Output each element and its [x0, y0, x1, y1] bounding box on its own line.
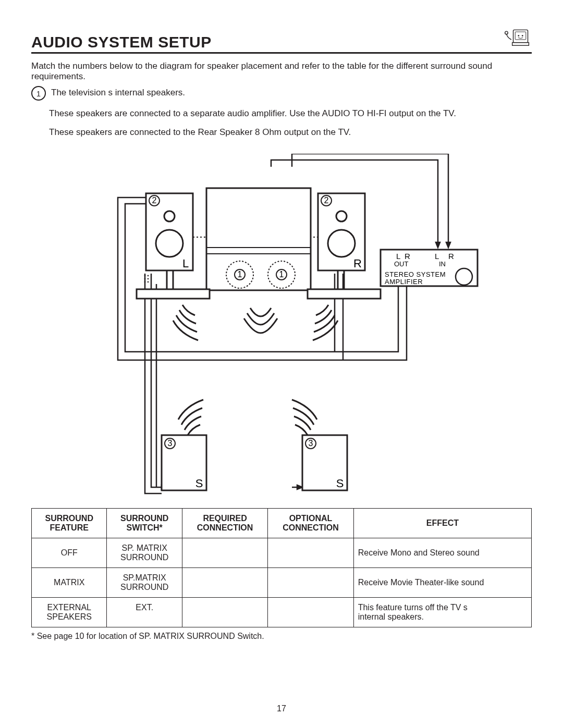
- svg-point-29: [144, 278, 145, 279]
- intro-text: Match the numbers below to the diagram f…: [31, 61, 532, 82]
- label-L: L: [182, 257, 189, 270]
- speaker-diagram: 2 L 2 R 1 1: [83, 154, 480, 498]
- footnote: * See page 10 for location of SP. MATRIX…: [31, 632, 532, 641]
- label-3-left: 3: [168, 439, 173, 448]
- svg-rect-4: [512, 43, 529, 46]
- th-switch: SURROUNDSWITCH*: [107, 509, 182, 538]
- speaker-2-right: 2 R: [318, 193, 365, 270]
- amplifier: L R OUT L R IN STEREO SYSTEM AMPLIFIER: [381, 250, 478, 286]
- svg-point-31: [144, 281, 145, 282]
- speaker-3-right: 3 S: [302, 435, 347, 490]
- bullet-1: 1 The television s internal speakers.: [31, 87, 532, 101]
- svg-point-2: [518, 35, 519, 36]
- surround-waves-icon: [178, 400, 317, 435]
- surround-table: SURROUNDFEATURE SURROUNDSWITCH* REQUIRED…: [31, 508, 532, 627]
- svg-text:L: L: [435, 252, 439, 261]
- table-row: MATRIX SP.MATRIXSURROUND Receive Movie T…: [32, 568, 532, 598]
- label-2-left: 2: [152, 196, 157, 205]
- speaker-3-left: 3 S: [162, 435, 206, 490]
- mascot-icon: [503, 25, 532, 54]
- th-required: REQUIREDCONNECTION: [182, 509, 267, 538]
- svg-text:STEREO SYSTEM: STEREO SYSTEM: [385, 270, 446, 278]
- svg-point-32: [148, 281, 149, 282]
- label-3-right: 3: [309, 439, 313, 448]
- header-row: AUDIO SYSTEM SETUP: [31, 25, 532, 54]
- svg-rect-21: [137, 289, 210, 299]
- table-row: OFF SP. MATRIXSURROUND Receive Mono and …: [32, 538, 532, 568]
- table-row: EXTERNALSPEAKERS EXT. This feature turns…: [32, 598, 532, 627]
- svg-point-28: [148, 275, 149, 276]
- svg-point-27: [144, 275, 145, 276]
- label-S-left: S: [195, 477, 203, 490]
- svg-rect-22: [308, 289, 381, 299]
- svg-text:R: R: [448, 252, 454, 261]
- label-1-right: 1: [279, 270, 284, 279]
- label-S-right: S: [336, 477, 344, 490]
- th-optional: OPTIONALCONNECTION: [268, 509, 353, 538]
- svg-point-3: [522, 35, 523, 36]
- svg-text:AMPLIFIER: AMPLIFIER: [385, 278, 423, 286]
- th-effect: EFFECT: [353, 509, 531, 538]
- th-feature: SURROUNDFEATURE: [32, 509, 107, 538]
- svg-point-30: [148, 278, 149, 279]
- svg-text:IN: IN: [439, 260, 446, 268]
- svg-text:L: L: [396, 252, 400, 261]
- bullet-3-text: These speakers are connected to the Rear…: [49, 127, 532, 138]
- svg-text:OUT: OUT: [394, 260, 409, 268]
- page-title: AUDIO SYSTEM SETUP: [31, 33, 212, 51]
- page-number: 17: [0, 704, 563, 713]
- bullet-2-text: These speakers are connected to a separa…: [49, 108, 532, 119]
- label-1-left: 1: [238, 270, 242, 279]
- bullet-1-number: 1: [31, 86, 46, 101]
- diagram: 2 L 2 R 1 1: [31, 154, 532, 498]
- soundwaves-icon: [173, 305, 338, 340]
- bullet-1-text: The television s internal speakers.: [51, 87, 185, 98]
- label-2-right: 2: [324, 196, 329, 205]
- label-R: R: [353, 257, 362, 270]
- svg-text:R: R: [405, 252, 410, 261]
- speaker-2-left: 2 L: [146, 193, 193, 270]
